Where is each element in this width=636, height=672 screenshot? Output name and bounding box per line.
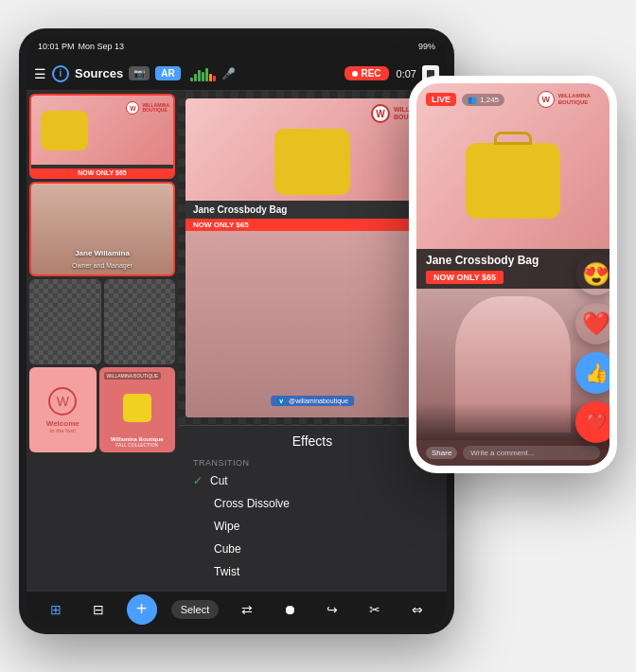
transition-button[interactable]: ⇄ xyxy=(233,595,261,624)
camera-icon: 📷 xyxy=(129,66,150,80)
layout-button[interactable]: ⊟ xyxy=(84,595,113,624)
select-button[interactable]: Select xyxy=(171,600,220,619)
welcome-sub: to the live! xyxy=(50,428,76,433)
effects-section-label: TRANSITION xyxy=(178,456,447,469)
phone-live-badge: LIVE xyxy=(426,93,456,106)
main-content: W WILLAMINABOUTIQUE Jane Crossbody Bag N… xyxy=(26,91,447,591)
info-icon[interactable]: i xyxy=(52,65,69,82)
preview-content: W WILLAMINABOUTIQUE Jane Crossbody Bag N… xyxy=(186,98,439,417)
export-button[interactable]: ↪ xyxy=(318,595,346,624)
effects-option-cross-dissolve[interactable]: Cross Dissolve xyxy=(178,492,447,515)
time-display: 10:01 PM xyxy=(38,42,75,51)
effects-option-cut[interactable]: ✓ Cut xyxy=(178,469,447,492)
menu-icon[interactable]: ☰ xyxy=(34,66,46,81)
source-item-empty2[interactable] xyxy=(104,279,176,364)
phone-price: NOW ONLY $65 xyxy=(426,271,504,284)
audio-bar-4 xyxy=(202,72,204,81)
source-item-welcome[interactable]: W Welcome to the live! xyxy=(29,367,97,452)
mic-icon[interactable]: 🎤 xyxy=(221,67,236,80)
ar-badge[interactable]: AR xyxy=(155,66,180,80)
phone: LIVE 👥 1,245 W WILLAMINABOUTIQUE xyxy=(409,76,617,473)
bottom-toolbar: ⊞ ⊟ + Select ⇄ ⏺ ↪ ✂ ⇔ xyxy=(26,591,447,627)
date-display: Mon Sep 13 xyxy=(79,42,125,51)
add-button[interactable]: + xyxy=(127,594,157,625)
preview-area: W WILLAMINABOUTIQUE Jane Crossbody Bag N… xyxy=(178,91,447,591)
grid-view-button[interactable]: ⊞ xyxy=(42,595,70,624)
record-button[interactable]: ⏺ xyxy=(275,595,304,624)
audio-bar-1 xyxy=(190,78,193,81)
preview-bag-title: Jane Crossbody Bag xyxy=(193,204,432,215)
preview-logo-area: W WILLAMINABOUTIQUE xyxy=(186,98,439,123)
welcome-label: Welcome xyxy=(46,419,80,428)
boutique-badge: WILLAMINA BOUTIQUE xyxy=(104,372,162,380)
watermark: v @willaminaboutique xyxy=(271,396,354,406)
rec-label: REC xyxy=(361,68,380,79)
reactions-container: 😍 ❤️ 👍 ❤️ xyxy=(575,254,617,443)
source-crossbody-price: NOW ONLY $65 xyxy=(31,168,173,177)
source-welcome-row: W Welcome to the live! WILLAMINA BOUTIQU… xyxy=(29,367,175,452)
effects-cross-dissolve-label: Cross Dissolve xyxy=(214,497,290,510)
source-item-crossbody[interactable]: W WILLAMINABOUTIQUE Jane Crossbody Bag N… xyxy=(29,94,175,179)
status-bar: 10:01 PM Mon Sep 13 99% xyxy=(26,36,447,57)
reaction-love: ❤️ xyxy=(575,401,617,443)
audio-bars xyxy=(190,66,216,81)
ipad-screen: 10:01 PM Mon Sep 13 99% ☰ i Sources 📷 AR xyxy=(26,36,447,627)
audio-bar-3 xyxy=(198,70,201,81)
boutique-label: Willamina BoutiqueFALL COLLECTION xyxy=(111,436,164,448)
boutique-bag-icon xyxy=(123,394,151,422)
phone-bottom-bar: Share Write a comment... xyxy=(416,440,610,466)
effects-twist-label: Twist xyxy=(214,565,239,578)
preview-logo-circle: W xyxy=(371,104,390,123)
effects-cut-label: Cut xyxy=(210,474,228,487)
source-person-name: Jane Willamina xyxy=(31,249,173,257)
audio-bar-6 xyxy=(209,74,212,81)
audio-bar-5 xyxy=(205,68,208,81)
rec-badge: REC xyxy=(344,66,388,80)
effects-title: Effects xyxy=(178,433,447,449)
sources-panel: W WILLAMINABOUTIQUE Jane Crossbody Bag N… xyxy=(26,91,178,591)
preview-person xyxy=(186,231,439,417)
phone-logo-text: WILLAMINABOUTIQUE xyxy=(558,93,591,105)
preview-bag-visual xyxy=(274,129,350,195)
phone-logo-circle: W xyxy=(538,91,555,108)
preview-title-banner: Jane Crossbody Bag xyxy=(186,201,439,219)
effects-cube-label: Cube xyxy=(214,542,241,556)
check-icon: ✓ xyxy=(193,474,203,487)
scene: 10:01 PM Mon Sep 13 99% ☰ i Sources 📷 AR xyxy=(0,0,636,672)
effects-option-cube[interactable]: Cube xyxy=(178,538,447,560)
phone-logo-area: W WILLAMINABOUTIQUE xyxy=(528,91,600,108)
source-person-role: Owner and Manager xyxy=(31,262,173,269)
sources-label: Sources xyxy=(75,66,123,80)
viewer-icon: 👥 xyxy=(468,96,477,104)
phone-share-button[interactable]: Share xyxy=(426,447,457,459)
source-item-empty1[interactable] xyxy=(29,279,101,364)
battery-display: 99% xyxy=(418,42,435,51)
swap-button[interactable]: ⇔ xyxy=(403,595,432,624)
ipad: 10:01 PM Mon Sep 13 99% ☰ i Sources 📷 AR xyxy=(19,28,454,634)
phone-bag-visual xyxy=(466,143,560,219)
effects-option-wipe[interactable]: Wipe xyxy=(178,515,447,538)
reaction-like: 👍 xyxy=(575,352,617,394)
preview-canvas: W WILLAMINABOUTIQUE Jane Crossbody Bag N… xyxy=(178,91,447,425)
effects-wipe-label: Wipe xyxy=(214,520,239,533)
reaction-emoji-heart: ❤️ xyxy=(575,303,617,345)
viewer-number: 1,245 xyxy=(480,96,499,104)
phone-bag-title: Jane Crossbody Bag xyxy=(426,254,600,267)
trim-button[interactable]: ✂ xyxy=(361,595,389,624)
phone-comment-input[interactable]: Write a comment... xyxy=(463,446,600,460)
source-item-boutique[interactable]: WILLAMINA BOUTIQUE Willamina BoutiqueFAL… xyxy=(99,367,176,452)
audio-bar-7 xyxy=(213,76,216,81)
timer-display: 0:07 xyxy=(397,68,416,80)
effects-option-twist[interactable]: Twist xyxy=(178,560,447,583)
audio-bar-2 xyxy=(194,74,197,81)
source-empty-row xyxy=(29,279,175,364)
phone-top-bar: LIVE 👥 1,245 W WILLAMINABOUTIQUE xyxy=(416,83,610,112)
phone-bag-handle xyxy=(494,132,532,145)
welcome-w-icon: W xyxy=(48,387,77,416)
source-item-person[interactable]: Jane Willamina Owner and Manager xyxy=(29,182,175,276)
preview-price: NOW ONLY $65 xyxy=(186,219,439,231)
phone-bag-area xyxy=(416,112,610,249)
top-bar: ☰ i Sources 📷 AR 🎤 REC xyxy=(26,57,447,91)
phone-viewer-count: 👥 1,245 xyxy=(462,94,504,106)
effects-panel: Effects TRANSITION ✓ Cut Cross Dissolve xyxy=(178,425,447,591)
